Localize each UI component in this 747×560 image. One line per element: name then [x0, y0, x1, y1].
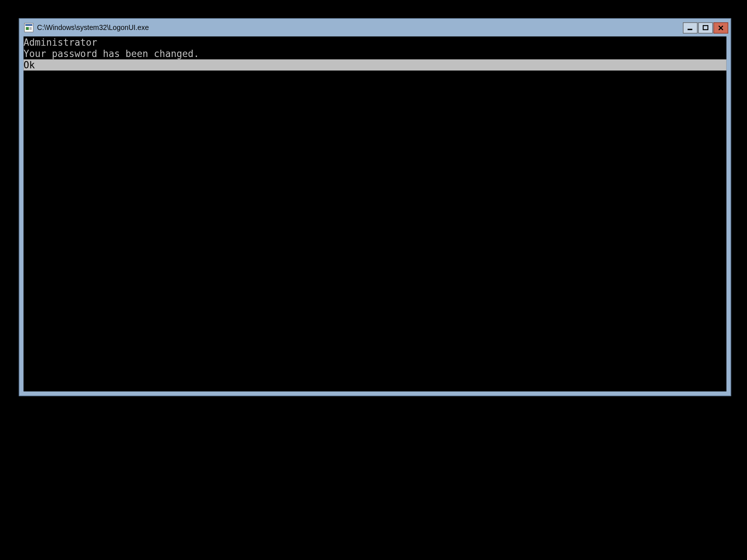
- window-titlebar[interactable]: C:\Windows\system32\LogonUI.exe: [19, 19, 731, 36]
- svg-rect-4: [688, 29, 692, 30]
- svg-rect-3: [29, 27, 31, 30]
- window-controls: [683, 22, 728, 33]
- console-window: C:\Windows\system32\LogonUI.exe: [19, 18, 731, 396]
- ok-button[interactable]: Ok: [23, 59, 726, 71]
- console-user-line: Administrator: [23, 37, 726, 48]
- window-title: C:\Windows\system32\LogonUI.exe: [37, 23, 683, 32]
- console-client-area: Administrator Your password has been cha…: [23, 37, 726, 391]
- svg-rect-2: [26, 27, 29, 30]
- desktop-viewport: C:\Windows\system32\LogonUI.exe: [0, 0, 747, 560]
- app-icon: [24, 23, 34, 33]
- console-message-line: Your password has been changed.: [23, 48, 726, 60]
- close-button[interactable]: [713, 22, 728, 33]
- svg-rect-5: [703, 25, 708, 29]
- maximize-button[interactable]: [698, 22, 713, 33]
- svg-rect-1: [25, 24, 32, 26]
- minimize-button[interactable]: [683, 22, 698, 33]
